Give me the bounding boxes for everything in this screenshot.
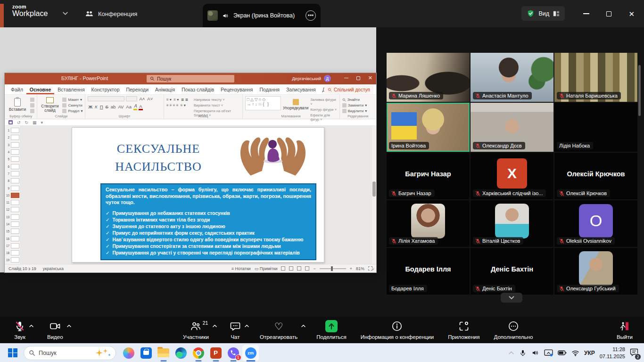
shrink-font-button[interactable]: A˅ bbox=[147, 96, 153, 101]
reactions-button[interactable]: ♡ Отреагировать bbox=[260, 320, 297, 340]
normal-view-button[interactable] bbox=[281, 266, 285, 271]
tray-screencast-icon[interactable] bbox=[544, 349, 553, 356]
slide-thumbnail-13[interactable]: 13 bbox=[5, 214, 20, 221]
taskbar-store-icon[interactable] bbox=[137, 344, 155, 362]
participant-tile[interactable]: Анастасія Мантуло bbox=[471, 53, 553, 102]
arrange-button[interactable]: Упорядкувати bbox=[283, 96, 308, 114]
align-buttons[interactable]: ≡ ≡ ≡ ≡ ≡ ▾ bbox=[166, 103, 191, 107]
taskbar-viber-icon[interactable]: 1 bbox=[224, 344, 242, 362]
participants-scrollbar-thumb[interactable] bbox=[638, 65, 641, 116]
shape-outline-button[interactable]: Контур фігури ˅ bbox=[310, 107, 337, 112]
reactions-chevron-icon[interactable] bbox=[301, 324, 306, 328]
participant-tile[interactable]: Бодарев Ілля Бодарев Ілля bbox=[387, 248, 470, 295]
tab-slideshow[interactable]: Показ слайдів bbox=[178, 84, 217, 94]
tab-recording[interactable]: Записування bbox=[283, 84, 319, 94]
audio-options-chevron-icon[interactable] bbox=[29, 324, 34, 328]
slide-thumbnail-10[interactable]: 10 bbox=[5, 192, 20, 199]
bold-button[interactable]: Ж bbox=[88, 104, 93, 109]
comments-toggle[interactable]: ▭ Примітки bbox=[255, 266, 278, 271]
reset-button[interactable]: Скинути bbox=[62, 103, 83, 107]
workspace-chevron-icon[interactable] bbox=[62, 11, 68, 16]
participants-chevron-icon[interactable] bbox=[212, 324, 217, 328]
participant-tile[interactable]: Деніс Бахтін Деніс Бахтін bbox=[471, 248, 553, 295]
select-button[interactable]: Виділити ▾ bbox=[342, 109, 367, 113]
font-color-button[interactable]: А bbox=[139, 104, 142, 110]
participant-tile[interactable]: Марина Ляшенко bbox=[387, 53, 470, 102]
slide-thumbnail-16[interactable]: 16 bbox=[5, 235, 20, 242]
slide-thumbnail-19[interactable]: 19 bbox=[5, 256, 20, 263]
taskbar-search-box[interactable]: Пошук bbox=[24, 346, 116, 360]
taskbar-explorer-icon[interactable] bbox=[155, 344, 172, 362]
reading-view-button[interactable] bbox=[297, 266, 301, 271]
slide-thumbnail-17[interactable]: 17 bbox=[5, 242, 20, 249]
slide-thumbnail-8[interactable]: 8 bbox=[5, 177, 20, 184]
tab-transitions[interactable]: Переходи bbox=[123, 84, 152, 94]
font-size-select[interactable] bbox=[126, 96, 137, 101]
canvas-scrollbar[interactable] bbox=[372, 126, 376, 264]
participants-scrollbar[interactable] bbox=[638, 55, 641, 309]
start-button[interactable] bbox=[5, 345, 21, 361]
tab-shared-screen[interactable]: Экран (Ірина Войтова) ••• bbox=[203, 4, 321, 27]
tray-chevron-icon[interactable] bbox=[508, 351, 514, 355]
slide-thumbnail-1[interactable]: 1 bbox=[5, 127, 20, 134]
tab-meeting[interactable]: Конференция bbox=[85, 0, 137, 27]
font-name-select[interactable] bbox=[88, 96, 124, 101]
maximize-button[interactable] bbox=[606, 11, 611, 16]
slide-thumbnail-2[interactable]: 2 bbox=[5, 134, 20, 141]
change-case-button[interactable]: Aa bbox=[125, 104, 132, 109]
char-shadow-button[interactable]: ab bbox=[110, 104, 116, 109]
zoom-percentage[interactable]: 81% bbox=[356, 266, 364, 271]
strikethrough-button[interactable]: S bbox=[105, 104, 108, 109]
tab-design[interactable]: Конструктор bbox=[88, 84, 123, 94]
taskbar-clock[interactable]: 11:28 07.11.2025 bbox=[600, 346, 625, 360]
slide-thumbnail-3[interactable]: 3 bbox=[5, 141, 20, 148]
view-control[interactable]: Вид bbox=[521, 6, 565, 21]
notification-center-button[interactable]: 2 bbox=[630, 348, 638, 358]
text-direction-button[interactable]: Напрямок тексту ˅ bbox=[194, 98, 240, 102]
new-slide-button[interactable]: Створити слайд bbox=[40, 96, 60, 114]
leave-meeting-button[interactable]: Выйти bbox=[617, 320, 633, 340]
zoom-in-button[interactable]: + bbox=[350, 266, 352, 271]
chat-chevron-icon[interactable] bbox=[244, 324, 249, 328]
participant-tile[interactable]: Олександр Дєєв bbox=[471, 103, 553, 152]
tab-view[interactable]: Подання bbox=[256, 84, 283, 94]
slide-thumbnail-12[interactable]: 12 bbox=[5, 206, 20, 213]
participants-button[interactable]: 21 Участники bbox=[183, 320, 209, 340]
canvas-scrollbar-thumb[interactable] bbox=[372, 181, 376, 197]
tab-animations[interactable]: Анімація bbox=[152, 84, 178, 94]
char-spacing-button[interactable]: AV bbox=[117, 104, 124, 109]
tray-mic-icon[interactable] bbox=[519, 349, 527, 357]
zoom-slider[interactable] bbox=[320, 268, 346, 269]
undo-icon[interactable]: ↺ bbox=[17, 120, 21, 125]
close-button[interactable]: ✕ bbox=[628, 10, 635, 17]
redo-icon[interactable]: ↻ bbox=[25, 120, 29, 125]
save-icon[interactable] bbox=[8, 120, 13, 124]
tab-more-options-icon[interactable]: ••• bbox=[305, 10, 316, 21]
tab-insert[interactable]: Вставлення bbox=[54, 84, 88, 94]
section-button[interactable]: Розділ ▾ bbox=[62, 109, 83, 113]
replace-button[interactable]: Замінити ▾ bbox=[342, 103, 367, 107]
zoom-slider-thumb[interactable] bbox=[331, 266, 333, 271]
meeting-info-button[interactable]: Информация о конференции bbox=[361, 320, 434, 340]
tab-review[interactable]: Рецензування bbox=[217, 84, 256, 94]
zoom-out-button[interactable]: − bbox=[313, 266, 315, 271]
tab-file[interactable]: Файл bbox=[8, 84, 26, 94]
slide-thumbnail-14[interactable]: 14 bbox=[5, 221, 20, 228]
slide-thumbnail-6[interactable]: 6 bbox=[5, 163, 20, 170]
taskbar-zoom-icon[interactable]: zm bbox=[242, 344, 259, 362]
highlight-color-button[interactable]: 𝐴 bbox=[133, 103, 137, 110]
tray-volume-icon[interactable] bbox=[531, 349, 539, 357]
align-text-button[interactable]: Вирівняти текст ˅ bbox=[194, 103, 240, 107]
shapes-gallery[interactable]: □△▽○◇ →↑↓☆{ } bbox=[245, 96, 281, 110]
find-button[interactable]: Знайти bbox=[342, 98, 367, 102]
grow-font-button[interactable]: A˄ bbox=[139, 96, 145, 101]
slideshow-button[interactable] bbox=[305, 266, 309, 271]
clipboard-minibuttons[interactable] bbox=[30, 96, 34, 114]
tray-battery-icon[interactable] bbox=[558, 350, 567, 356]
collapse-ribbon-icon[interactable]: ˅ bbox=[372, 267, 374, 272]
shape-fill-button[interactable]: Заливка фігури ˅ bbox=[310, 98, 337, 106]
slide-sorter-button[interactable] bbox=[289, 266, 293, 271]
video-button[interactable]: Видео bbox=[47, 320, 63, 340]
slide-thumbnail-7[interactable]: 7 bbox=[5, 170, 20, 177]
chat-button[interactable]: Чат bbox=[230, 320, 241, 340]
